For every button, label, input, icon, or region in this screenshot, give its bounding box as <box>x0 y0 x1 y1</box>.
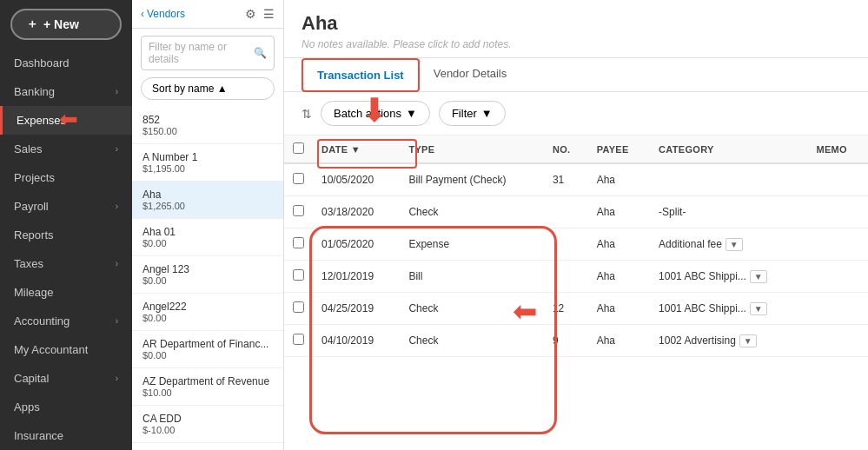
category-column-header[interactable]: CATEGORY <box>650 136 807 163</box>
notes-text[interactable]: No notes available. Please click to add … <box>301 38 851 50</box>
type-cell: Check <box>400 293 544 325</box>
date-column-header[interactable]: DATE ▼ <box>313 136 400 163</box>
no-column-header[interactable]: NO. <box>544 136 588 163</box>
sidebar-item-apps[interactable]: Apps <box>0 393 132 421</box>
sidebar-item-accounting[interactable]: Accounting › <box>0 307 132 335</box>
vendor-item-aha-01[interactable]: Aha 01 $0.00 <box>132 219 283 256</box>
no-cell: 12 <box>544 293 588 325</box>
sidebar-item-mileage[interactable]: Mileage <box>0 278 132 307</box>
batch-actions-button[interactable]: Batch actions ▼ <box>321 101 430 126</box>
sidebar-item-sales[interactable]: Sales › <box>0 135 132 163</box>
memo-cell <box>807 228 868 261</box>
vendor-item-angel222[interactable]: Angel222 $0.00 <box>132 294 283 331</box>
sort-icon[interactable]: ⇅ <box>301 107 312 121</box>
date-cell: 04/25/2019 <box>313 293 400 325</box>
payee-cell: Aha <box>588 196 650 228</box>
chevron-right-icon: › <box>116 374 118 383</box>
main-content: Aha No notes available. Please click to … <box>284 0 868 450</box>
category-dropdown[interactable]: ▼ <box>739 334 757 347</box>
row-checkbox[interactable] <box>293 173 304 184</box>
date-cell: 12/01/2019 <box>313 261 400 293</box>
category-cell: 1001 ABC Shippi... ▼ <box>650 293 807 325</box>
table-row: 12/01/2019 Bill Aha 1001 ABC Shippi... ▼ <box>284 261 868 293</box>
row-checkbox[interactable] <box>293 269 304 281</box>
vendor-item-852[interactable]: 852 $150.00 <box>132 107 283 144</box>
sidebar-item-insurance[interactable]: Insurance <box>0 421 132 450</box>
main-header: Aha No notes available. Please click to … <box>284 0 868 58</box>
category-cell: -Split- <box>650 196 807 228</box>
memo-cell <box>807 293 868 325</box>
row-checkbox[interactable] <box>293 334 304 345</box>
date-cell: 04/10/2019 <box>313 325 400 357</box>
date-cell: 03/18/2020 <box>313 196 400 228</box>
payee-cell: Aha <box>588 228 650 261</box>
sidebar: ＋ + New Dashboard Banking › Expenses Sal… <box>0 0 132 450</box>
category-dropdown[interactable]: ▼ <box>726 238 743 251</box>
vendor-item-a-number-1[interactable]: A Number 1 $1,195.00 <box>132 144 283 182</box>
chevron-down-icon: ▼ <box>481 107 493 120</box>
row-checkbox[interactable] <box>293 205 304 216</box>
payee-cell: Aha <box>588 163 650 196</box>
table-row: 10/05/2020 Bill Payment (Check) 31 Aha <box>284 163 868 196</box>
payee-column-header[interactable]: PAYEE <box>588 136 650 163</box>
sidebar-item-capital[interactable]: Capital › <box>0 364 132 393</box>
chevron-right-icon: › <box>116 316 118 326</box>
chevron-left-icon: ‹ <box>141 8 144 20</box>
category-dropdown[interactable]: ▼ <box>750 270 767 283</box>
sidebar-item-my-accountant[interactable]: My Accountant <box>0 335 132 364</box>
vendor-search-input[interactable]: Filter by name or details 🔍 <box>141 36 275 70</box>
select-all-checkbox[interactable] <box>293 142 304 154</box>
toolbar: ⇅ Batch actions ▼ Filter ▼ <box>284 92 868 136</box>
vendor-item-az-dept[interactable]: AZ Department of Revenue $10.00 <box>132 368 283 406</box>
row-checkbox[interactable] <box>293 237 304 248</box>
type-column-header[interactable]: TYPE <box>400 136 544 163</box>
tabs-bar: Transaction List Vendor Details <box>284 58 868 92</box>
sidebar-item-reports[interactable]: Reports <box>0 221 132 249</box>
transaction-table: DATE ▼ TYPE NO. PAYEE CATEGORY <box>284 136 868 357</box>
no-cell <box>544 261 588 293</box>
row-checkbox[interactable] <box>293 301 304 313</box>
page-title: Aha <box>301 12 851 35</box>
new-button[interactable]: ＋ + New <box>10 9 122 40</box>
chevron-right-icon: › <box>116 202 118 211</box>
category-cell: 1002 Advertising ▼ <box>650 325 807 357</box>
sidebar-item-payroll[interactable]: Payroll › <box>0 192 132 221</box>
sidebar-item-projects[interactable]: Projects <box>0 163 132 192</box>
tab-vendor-details[interactable]: Vendor Details <box>420 58 521 92</box>
table-row: 04/10/2019 Check 9 Aha 1002 Advertising … <box>284 325 868 357</box>
sidebar-item-dashboard[interactable]: Dashboard <box>0 49 132 77</box>
vendor-item-ar-dept[interactable]: AR Department of Financ... $0.00 <box>132 331 283 368</box>
type-cell: Expense <box>400 228 544 261</box>
type-cell: Check <box>400 325 544 357</box>
vendor-header-actions: ⚙ ☰ <box>245 7 275 21</box>
vendor-list: 852 $150.00 A Number 1 $1,195.00 Aha $1,… <box>132 107 283 450</box>
vendor-item-aha[interactable]: Aha $1,265.00 <box>132 182 283 219</box>
category-cell <box>650 163 807 196</box>
list-icon[interactable]: ☰ <box>263 7 275 21</box>
sort-by-name-button[interactable]: Sort by name ▲ <box>141 77 275 100</box>
chevron-right-icon: › <box>116 144 118 154</box>
date-cell: 01/05/2020 <box>313 228 400 261</box>
payee-cell: Aha <box>588 293 650 325</box>
vendor-item-cars-r-us[interactable]: Cars R Us $-2,530.00 <box>132 443 283 450</box>
category-cell: Additional fee ▼ <box>650 228 807 261</box>
search-icon: 🔍 <box>254 47 267 59</box>
tab-transaction-list[interactable]: Transaction List <box>301 58 420 92</box>
sidebar-item-banking[interactable]: Banking › <box>0 77 132 106</box>
table-row: 01/05/2020 Expense Aha Additional fee ▼ <box>284 228 868 261</box>
vendor-item-angel-123[interactable]: Angel 123 $0.00 <box>132 256 283 294</box>
category-dropdown[interactable]: ▼ <box>750 302 767 315</box>
transaction-table-container: DATE ▼ TYPE NO. PAYEE CATEGORY <box>284 136 868 450</box>
settings-icon[interactable]: ⚙ <box>245 7 256 21</box>
memo-cell <box>807 196 868 228</box>
memo-column-header[interactable]: MEMO <box>807 136 868 163</box>
filter-button[interactable]: Filter ▼ <box>439 101 506 126</box>
select-all-header[interactable] <box>284 136 313 163</box>
type-cell: Check <box>400 196 544 228</box>
vendors-back-link[interactable]: ‹ Vendors <box>141 8 185 20</box>
sidebar-item-taxes[interactable]: Taxes › <box>0 249 132 278</box>
sidebar-item-expenses[interactable]: Expenses <box>0 106 132 135</box>
vendor-item-ca-edd[interactable]: CA EDD $-10.00 <box>132 406 283 443</box>
chevron-down-icon: ▼ <box>406 107 417 120</box>
chevron-right-icon: › <box>116 259 118 268</box>
